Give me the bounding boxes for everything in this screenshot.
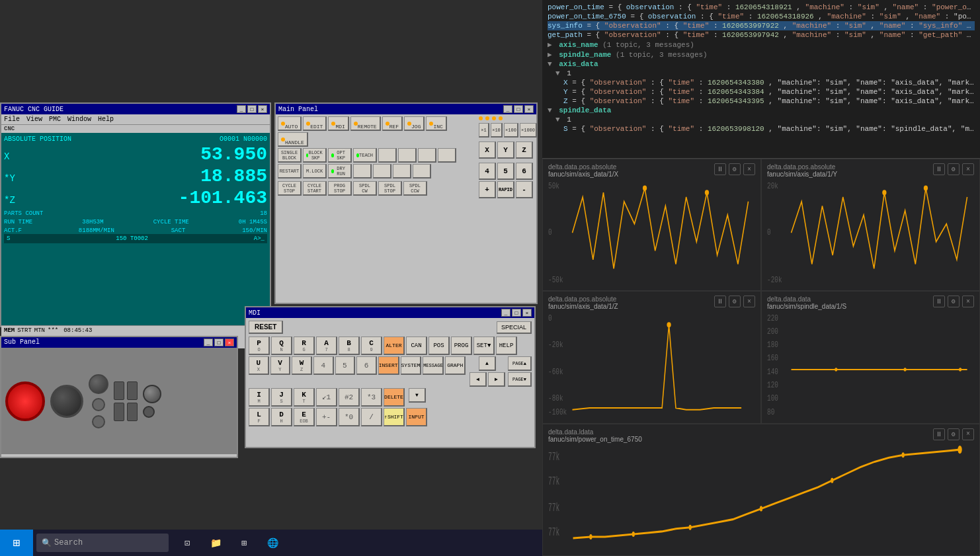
key-q-n[interactable]: QN [271, 337, 292, 355]
mdi-close[interactable]: × [522, 309, 532, 317]
fanuc-close[interactable]: × [258, 105, 267, 113]
taskbar-search[interactable]: 🔍 Search [36, 534, 169, 552]
key-x100[interactable]: ×100 [504, 123, 518, 138]
main-panel-minimize[interactable]: _ [503, 105, 512, 113]
key-auto[interactable]: AUTO [278, 116, 302, 131]
key-block-skip[interactable]: BLOCK SKP [303, 148, 327, 163]
estop-button[interactable] [5, 381, 45, 421]
chart-y-close[interactable]: × [962, 163, 974, 175]
key-plus-minus[interactable]: +- [316, 408, 337, 426]
key-arrow-down[interactable]: ▼ [409, 388, 426, 403]
rotary-knob[interactable] [143, 385, 161, 403]
chart-spindle-close[interactable]: × [962, 296, 974, 307]
btn-x[interactable]: X [479, 141, 496, 159]
menu-view[interactable]: View [26, 116, 42, 123]
mdi-minimize[interactable]: _ [501, 309, 510, 317]
mdi-reset-btn[interactable]: RESET [249, 321, 283, 334]
chart-z-settings[interactable]: ⚙ [729, 296, 741, 307]
sub-panel-restore[interactable]: □ [214, 338, 224, 346]
key-mdi[interactable]: MDI [328, 116, 348, 131]
key-k-t[interactable]: KT [294, 388, 315, 407]
btn-z[interactable]: Z [516, 141, 533, 159]
key-jog[interactable]: JOG [404, 116, 425, 131]
round-btn-1[interactable] [92, 398, 105, 411]
key-arrow-left[interactable]: ◀ [470, 372, 487, 387]
toggle-1[interactable] [114, 381, 124, 400]
taskbar-icon-2[interactable]: 📁 [202, 530, 229, 556]
key-a-7[interactable]: A7 [316, 337, 337, 355]
key-l-f[interactable]: LF [249, 408, 270, 426]
fanuc-minimize[interactable]: _ [237, 105, 246, 113]
tree-line-spindle-data[interactable]: ▼ spindle_data [548, 106, 975, 115]
key-single-block[interactable]: SINGLE BLOCK [278, 148, 302, 163]
key-opt-skip[interactable]: OPT SKP [328, 148, 352, 163]
tree-line-2-highlighted[interactable]: sys_info = { "observation" : { "time" : … [548, 21, 975, 30]
key-4[interactable]: 4 [313, 356, 334, 375]
menu-file[interactable]: File [4, 116, 20, 123]
chart-spindle-pause[interactable]: ⏸ [933, 296, 945, 307]
chart-y-settings[interactable]: ⚙ [948, 163, 960, 175]
sub-panel-minimize[interactable]: _ [204, 338, 213, 346]
key-can[interactable]: CAN [406, 337, 427, 355]
key-restart[interactable]: RESTART [278, 164, 302, 179]
key-delete[interactable]: DELETE [384, 388, 405, 407]
tree-line-axis-name[interactable]: ▶ axis_name (1 topic, 3 messages) [548, 40, 975, 50]
taskbar-icon-1[interactable]: ⊡ [174, 530, 200, 556]
chart-z-close[interactable]: × [743, 296, 755, 307]
btn-minus[interactable]: - [516, 181, 533, 198]
sub-panel-close[interactable]: × [225, 338, 234, 346]
round-btn-2[interactable] [92, 415, 105, 428]
key-handle[interactable]: HANDLE [278, 132, 308, 147]
key-x1[interactable]: ×1 [479, 123, 489, 138]
mdi-special-btn[interactable]: SPECIAL [497, 321, 532, 334]
key-6[interactable]: 6 [356, 356, 377, 375]
key-x10[interactable]: ×10 [491, 123, 503, 138]
key-shift[interactable]: ⇑SHIFT [384, 408, 405, 426]
key-page-down[interactable]: PAGE▼ [508, 372, 532, 387]
key-page-up[interactable]: PAGE▲ [508, 356, 532, 371]
key-spdl-stop[interactable]: SPDL STOP [378, 181, 402, 196]
key-j-s[interactable]: JS [271, 388, 292, 407]
key-d-h[interactable]: DH [271, 408, 292, 426]
chart-z-pause[interactable]: ⏸ [714, 296, 726, 307]
key-alter[interactable]: ALTER [384, 337, 405, 355]
key-mlock[interactable]: M.LOCK [303, 164, 327, 179]
key-p-o[interactable]: PO [249, 337, 270, 355]
key-teach[interactable]: TEACH [353, 148, 377, 163]
taskbar-icon-4[interactable]: 🌐 [259, 530, 286, 556]
chart-spindle-settings[interactable]: ⚙ [948, 296, 960, 307]
key-system[interactable]: SYSTEM [401, 356, 422, 375]
key-slash[interactable]: / [361, 408, 382, 426]
key-v-y[interactable]: VY [270, 356, 291, 375]
key-cycle-start[interactable]: CYCLE START [303, 181, 327, 196]
key-input[interactable]: INPUT [406, 408, 427, 426]
key-dry-run[interactable]: DRY RUN [328, 164, 352, 179]
key-hash2[interactable]: #2 [339, 388, 360, 407]
key-5[interactable]: 5 [335, 356, 356, 375]
menu-window[interactable]: Window [67, 116, 91, 123]
key-prog-stop[interactable]: PROG STOP [328, 181, 352, 196]
key-set[interactable]: SET▼ [473, 337, 495, 355]
chart-x-pause[interactable]: ⏸ [714, 163, 726, 175]
key-u-x[interactable]: UX [249, 356, 269, 375]
toggle-2[interactable] [127, 381, 138, 400]
key-slash1[interactable]: ↙1 [316, 388, 337, 407]
mdi-maximize[interactable]: □ [512, 309, 521, 317]
chart-power-settings[interactable]: ⚙ [948, 428, 960, 440]
key-c-9[interactable]: C9 [361, 337, 382, 355]
key-cycle-stop[interactable]: CYCLE STOP [278, 181, 302, 196]
start-button[interactable]: ⊞ [0, 530, 33, 556]
key-remote[interactable]: REMOTE [350, 116, 381, 131]
key-spdl-ccw[interactable]: SPDL CCW [403, 181, 427, 196]
key-ref[interactable]: REF [382, 116, 403, 131]
menu-pmc[interactable]: PMC [49, 116, 61, 123]
btn-rapid[interactable]: RAPID [497, 181, 514, 198]
key-pos[interactable]: POS [429, 337, 450, 355]
key-w-z[interactable]: WZ [292, 356, 312, 375]
key-message[interactable]: MESSAGE [423, 356, 444, 375]
key-i-m[interactable]: IM [249, 388, 270, 407]
key-insert[interactable]: INSERT [378, 356, 399, 375]
key-edit[interactable]: EDIT [303, 116, 327, 131]
key-b-8[interactable]: B8 [339, 337, 360, 355]
chart-power-close[interactable]: × [962, 428, 974, 440]
